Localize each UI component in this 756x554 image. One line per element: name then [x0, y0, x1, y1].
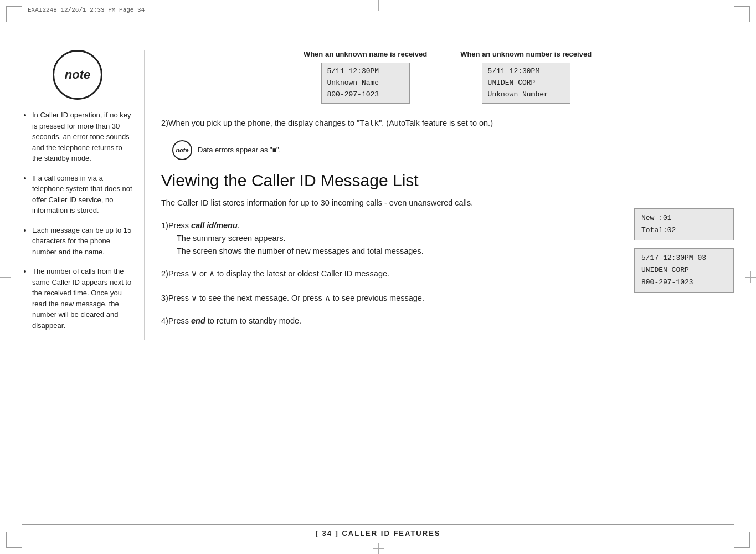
chevron-up-icon-2	[325, 294, 331, 302]
crosshair-top	[373, 0, 384, 11]
corner-mark-tl	[6, 6, 22, 22]
chevron-up-icon	[209, 269, 215, 278]
step-autotalk-text: 2)When you pick up the phone, the displa…	[161, 119, 493, 127]
chevron-down-icon	[191, 269, 197, 278]
right-displays: New :01 Total:02 5/17 12:30PM 03 UNIDEN …	[634, 208, 734, 293]
note-circle-large: note	[53, 50, 102, 100]
unknown-number-label: When an unknown number is received	[460, 50, 592, 58]
note-inline-text: Data errors appear as "■".	[198, 146, 281, 154]
step-autotalk: 2)When you pick up the phone, the displa…	[161, 117, 734, 130]
section-heading: Viewing the Caller ID Message List	[161, 171, 734, 190]
crosshair-bottom	[373, 543, 384, 554]
crosshair-right	[745, 271, 756, 283]
step-3-text: 3)Press to see the next message. Or pres…	[161, 294, 424, 302]
top-section: When an unknown name is received 5/11 12…	[161, 50, 734, 104]
chevron-down-icon-2	[191, 294, 197, 302]
lcd-caller: 5/17 12:30PM 03 UNIDEN CORP 800-297-1023	[634, 248, 734, 293]
lcd-summary: New :01 Total:02	[634, 208, 734, 240]
step-1-bold: call id/menu	[191, 221, 238, 230]
step-4-text: 4)Press end to return to standby mode.	[161, 316, 301, 325]
corner-mark-br	[734, 532, 750, 548]
content-area: When an unknown name is received 5/11 12…	[144, 50, 734, 340]
header-meta: EXAI2248 12/26/1 2:33 PM Page 34	[28, 7, 145, 13]
corner-mark-bl	[6, 532, 22, 548]
page: EXAI2248 12/26/1 2:33 PM Page 34 note In…	[0, 0, 756, 554]
list-item: If a call comes in via a telephone syste…	[32, 173, 133, 216]
unknown-number-item: When an unknown number is received 5/11 …	[460, 50, 592, 104]
corner-mark-tr	[734, 6, 750, 22]
unknown-name-label: When an unknown name is received	[304, 50, 427, 58]
main-layout: note In Caller ID operation, if no key i…	[22, 50, 734, 340]
note-circle-small: note	[172, 140, 192, 160]
footer: [ 34 ] CALLER ID FEATURES	[22, 524, 734, 537]
step-2-text: 2)Press or to display the latest or olde…	[161, 269, 389, 278]
sidebar-bullets: In Caller ID operation, if no key is pre…	[22, 110, 133, 331]
sidebar: note In Caller ID operation, if no key i…	[22, 50, 144, 340]
step-1-number: 1)Press call id/menu.	[161, 221, 240, 230]
unknown-name-lcd: 5/11 12:30PM Unknown Name 800-297-1023	[321, 63, 410, 104]
section-intro: The Caller ID list stores information fo…	[161, 197, 734, 209]
step-3: 3)Press to see the next message. Or pres…	[161, 292, 734, 305]
list-item: In Caller ID operation, if no key is pre…	[32, 110, 133, 164]
list-item: The number of calls from the same Caller…	[32, 266, 133, 331]
list-item: Each message can be up to 15 characters …	[32, 225, 133, 258]
crosshair-left	[0, 271, 11, 283]
unknown-number-lcd: 5/11 12:30PM UNIDEN CORP Unknown Number	[482, 63, 570, 104]
step-4: 4)Press end to return to standby mode.	[161, 315, 734, 327]
note-inline: note Data errors appear as "■".	[172, 140, 734, 160]
unknown-name-item: When an unknown name is received 5/11 12…	[304, 50, 427, 104]
step-4-bold: end	[191, 316, 205, 325]
